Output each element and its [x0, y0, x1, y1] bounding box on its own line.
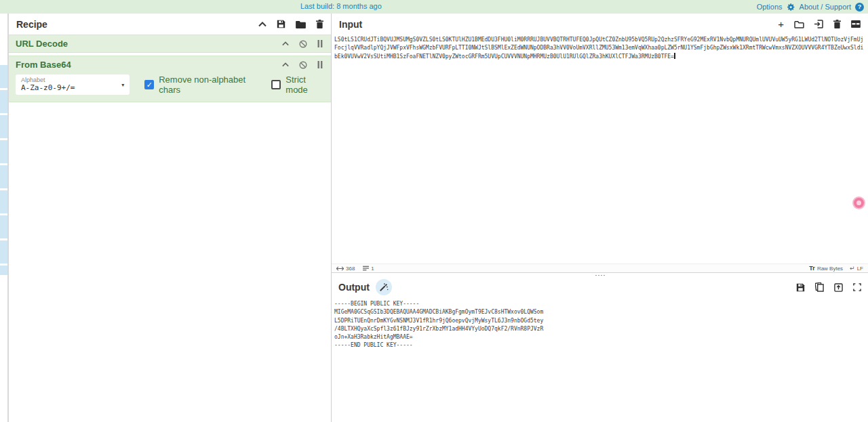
- op-title: From Base64: [16, 60, 71, 70]
- strict-mode-checkbox[interactable]: Strict mode: [271, 75, 324, 95]
- eol-value: LF: [857, 266, 863, 272]
- pane-splitter[interactable]: [332, 273, 868, 278]
- encoding-value: Raw Bytes: [817, 266, 843, 272]
- chevron-down-icon: ▾: [121, 82, 124, 88]
- output-pane: Output: [332, 278, 868, 422]
- input-status-bar: 368 1 Tr Raw Bytes ↵ LF: [332, 263, 868, 273]
- encoding-icon: Tr: [809, 265, 815, 272]
- copy-output-icon[interactable]: [815, 282, 824, 292]
- checkbox-checked-icon[interactable]: ✓: [144, 80, 154, 89]
- disable-op-icon[interactable]: [299, 40, 307, 48]
- splitter-grip-icon[interactable]: [595, 274, 606, 276]
- op-title: URL Decode: [16, 39, 68, 49]
- input-pane: Input +: [332, 14, 868, 273]
- magic-wand-button[interactable]: [376, 279, 392, 295]
- disable-op-icon[interactable]: [299, 61, 307, 69]
- alphabet-value: A-Za-z0-9+/=: [21, 83, 124, 92]
- recipe-op-url-decode[interactable]: URL Decode: [9, 35, 331, 53]
- encoding-toggle[interactable]: Tr Raw Bytes: [809, 265, 843, 272]
- replace-input-with-output-icon[interactable]: [834, 283, 843, 292]
- last-build-label: Last build: 8 months ago: [300, 2, 382, 10]
- collapse-recipe-icon[interactable]: [258, 22, 267, 27]
- magic-wand-icon: [379, 282, 389, 292]
- character-count-icon: [336, 266, 344, 271]
- recipe-header: Recipe: [9, 14, 331, 35]
- eol-toggle[interactable]: ↵ LF: [850, 265, 863, 272]
- output-textarea[interactable]: -----BEGIN PUBLIC KEY----- MIGeMA0GCSqGS…: [332, 297, 868, 422]
- top-banner: Last build: 8 months ago Options About /…: [0, 0, 868, 14]
- output-header: Output: [332, 278, 868, 297]
- save-recipe-icon[interactable]: [277, 20, 285, 28]
- line-count-icon: [363, 266, 369, 271]
- input-text-content: LS0tLS1CRUdJTiBQVUJMSUMgS0VZLS0tLS0KTUlH…: [334, 37, 863, 60]
- input-textarea[interactable]: LS0tLS1CRUdJTiBQVUJMSUMgS0VZLS0tLS0KTUlH…: [332, 35, 868, 263]
- open-folder-input-icon[interactable]: [814, 20, 823, 28]
- open-file-folder-icon[interactable]: [794, 20, 804, 28]
- line-count-group: 1: [363, 266, 374, 272]
- operations-category-list[interactable]: [0, 65, 7, 275]
- add-input-tab-icon[interactable]: +: [778, 18, 784, 30]
- breakpoint-pause-icon[interactable]: [317, 61, 323, 68]
- input-title: Input: [339, 19, 362, 30]
- input-header: Input +: [332, 14, 868, 35]
- help-icon[interactable]: ?: [855, 3, 864, 12]
- alphabet-label: Alphabet: [21, 77, 124, 83]
- input-settings-layout-icon[interactable]: [851, 20, 861, 28]
- about-support-link[interactable]: About / Support: [800, 3, 851, 11]
- options-link[interactable]: Options: [757, 3, 783, 11]
- save-output-icon[interactable]: [796, 283, 805, 292]
- collapse-op-icon[interactable]: [282, 41, 289, 46]
- maximise-output-icon[interactable]: [853, 283, 861, 291]
- char-count-group: 368: [336, 266, 355, 272]
- operations-panel-collapsed[interactable]: [0, 14, 9, 422]
- checkbox-unchecked-icon[interactable]: [271, 80, 281, 89]
- collapse-op-icon[interactable]: [282, 62, 289, 67]
- line-count-value: 1: [371, 266, 374, 272]
- alphabet-select[interactable]: Alphabet A-Za-z0-9+/= ▾: [16, 75, 130, 95]
- remove-non-alphabet-checkbox[interactable]: ✓ Remove non-alphabet chars: [144, 75, 256, 95]
- recipe-op-from-base64[interactable]: From Base64 Al: [9, 56, 331, 102]
- floating-pink-badge[interactable]: [852, 196, 865, 209]
- gear-icon[interactable]: [787, 3, 795, 12]
- recipe-title: Recipe: [16, 19, 47, 30]
- clear-recipe-trash-icon[interactable]: [316, 20, 323, 28]
- output-title: Output: [338, 282, 370, 293]
- cyberchef-app: Last build: 8 months ago Options About /…: [0, 0, 868, 422]
- load-recipe-folder-icon[interactable]: [296, 20, 306, 28]
- recipe-panel: Recipe: [9, 14, 331, 422]
- clear-input-trash-icon[interactable]: [833, 20, 841, 28]
- breakpoint-pause-icon[interactable]: [317, 40, 323, 47]
- return-icon: ↵: [850, 265, 855, 272]
- text-cursor: [674, 53, 675, 59]
- char-count-value: 368: [346, 266, 355, 272]
